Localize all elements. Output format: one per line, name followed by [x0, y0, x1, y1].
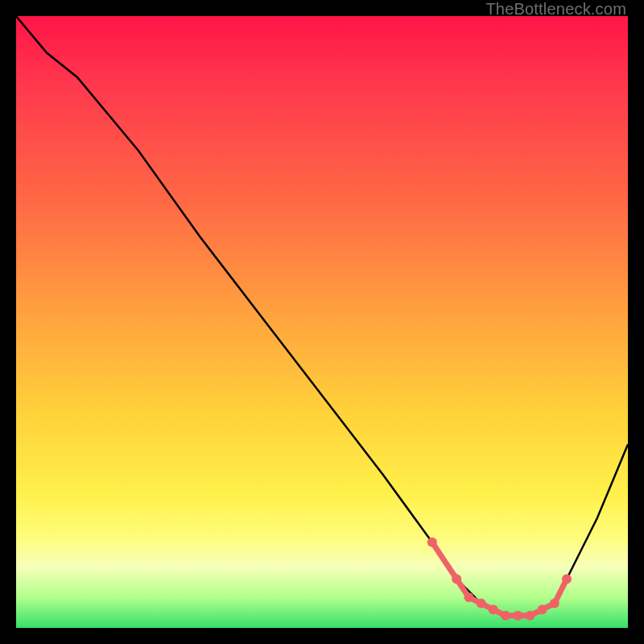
valley-dot	[550, 599, 559, 609]
valley-dot	[538, 605, 547, 614]
valley-dot	[452, 574, 461, 584]
chart-frame: TheBottleneck.com	[0, 0, 644, 644]
valley-dot	[427, 538, 437, 547]
overlay-svg	[16, 16, 628, 628]
bottleneck-curve	[16, 16, 628, 616]
valley-dot	[477, 599, 486, 609]
plot-area	[16, 16, 628, 628]
valley-dot	[525, 611, 535, 621]
valley-dot	[501, 611, 510, 621]
valley-dot	[489, 605, 498, 614]
valley-dot	[562, 574, 572, 584]
valley-dot	[464, 592, 473, 602]
valley-dot	[513, 611, 522, 621]
